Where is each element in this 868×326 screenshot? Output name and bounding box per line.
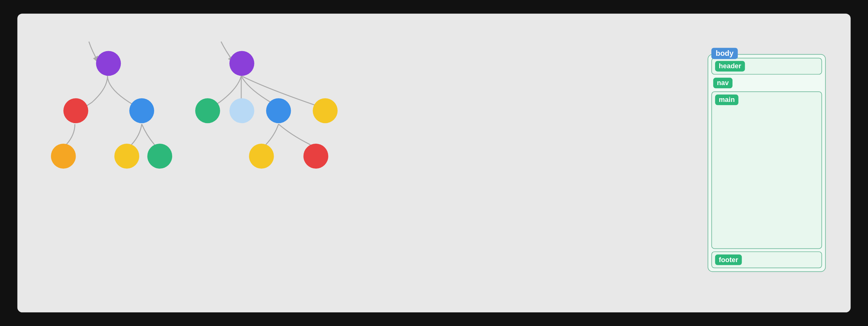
t2-red2 — [304, 144, 329, 169]
dom-main-block: main — [711, 91, 822, 249]
t2-green — [195, 98, 220, 123]
dom-nav-row: nav — [711, 77, 822, 89]
t2-blue — [266, 98, 291, 123]
dom-footer-label: footer — [715, 255, 742, 265]
t2-blue-light — [229, 98, 254, 123]
t1-blue — [129, 98, 154, 123]
t2-yellow2 — [313, 98, 338, 123]
t1-root — [96, 51, 121, 76]
dom-footer-block: footer — [711, 251, 822, 268]
t1-red — [63, 98, 88, 123]
dom-nav-label: nav — [713, 78, 733, 88]
t1-orange — [51, 144, 76, 169]
dom-main-label: main — [715, 94, 739, 105]
t2-root — [229, 51, 254, 76]
dom-body-label: body — [711, 48, 738, 59]
main-container: body header nav main footer — [18, 14, 850, 313]
dom-header-block: header — [711, 58, 822, 75]
dom-panel: body header nav main footer — [708, 54, 826, 272]
dom-header-label: header — [715, 61, 745, 71]
t1-green — [147, 144, 172, 169]
t1-yellow — [114, 144, 139, 169]
t2-yellow3 — [249, 144, 274, 169]
